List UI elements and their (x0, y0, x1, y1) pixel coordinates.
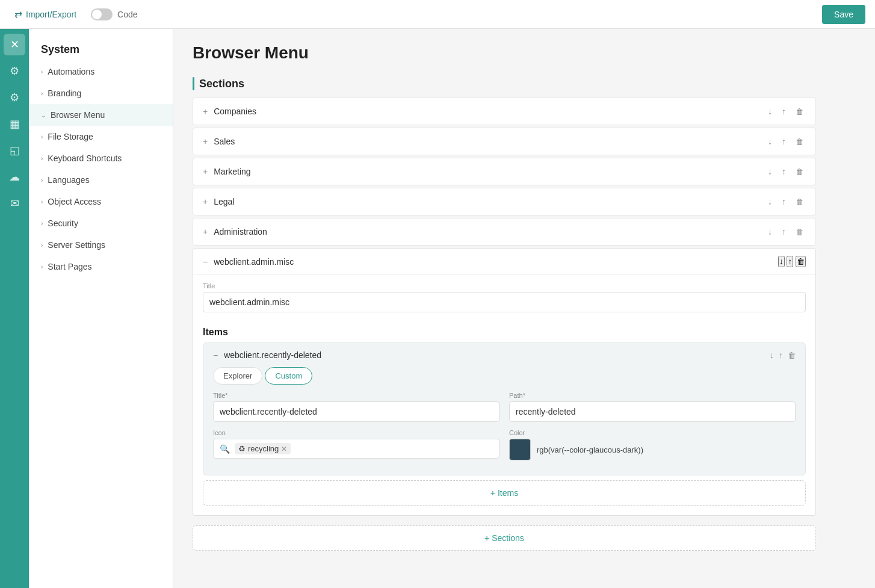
add-sections-button[interactable]: + Sections (193, 525, 816, 551)
delete-button[interactable] (793, 166, 806, 178)
code-toggle[interactable] (91, 8, 113, 20)
collapse-item-icon[interactable]: − (213, 350, 218, 360)
nav-section-title: System (29, 34, 173, 61)
color-swatch[interactable] (509, 439, 531, 460)
sidebar-icon-config[interactable]: ⚙ (4, 87, 25, 108)
sidebar-item-automations[interactable]: › Automations (29, 61, 173, 82)
sections-header: Sections (193, 77, 816, 90)
expand-icon[interactable]: + (203, 227, 208, 237)
path-field-label: Path* (509, 392, 796, 399)
sidebar-item-security[interactable]: › Security (29, 212, 173, 234)
item-path-input[interactable] (509, 401, 796, 422)
toggle-knob (92, 10, 102, 19)
code-label: Code (117, 10, 137, 19)
sidebar-item-label: Languages (48, 175, 89, 185)
chevron-right-icon: › (41, 220, 43, 227)
sidebar-icon-cloud[interactable]: ☁ (4, 166, 25, 188)
icon-field[interactable]: 🔍 ♻ recycling ✕ (213, 439, 499, 459)
move-up-button[interactable] (779, 226, 788, 238)
move-up-button[interactable] (779, 350, 783, 360)
section-name: Sales (214, 137, 765, 146)
delete-button[interactable] (796, 256, 806, 267)
move-down-button[interactable] (765, 196, 775, 208)
sidebar-icon-grid[interactable]: ▦ (4, 113, 25, 135)
sidebar-item-languages[interactable]: › Languages (29, 169, 173, 191)
items-label: Items (203, 327, 806, 338)
sidebar-icon-layout[interactable]: ◱ (4, 140, 25, 161)
recycle-icon: ♻ (238, 444, 246, 453)
chevron-down-icon: ⌄ (41, 112, 46, 119)
icon-tag-label: recycling (248, 444, 279, 453)
section-title-input[interactable] (203, 292, 806, 312)
move-up-button[interactable] (787, 256, 793, 267)
remove-icon-button[interactable]: ✕ (281, 445, 287, 453)
save-button[interactable]: Save (822, 5, 865, 24)
add-items-button[interactable]: + Items (203, 480, 806, 506)
sidebar-item-browser-menu[interactable]: ⌄ Browser Menu (29, 104, 173, 126)
sections-label: Sections (199, 78, 244, 90)
tab-explorer[interactable]: Explorer (213, 367, 262, 385)
sidebar-item-object-access[interactable]: › Object Access (29, 191, 173, 212)
move-down-button[interactable] (778, 256, 785, 267)
sidebar-icon-mail[interactable]: ✉ (4, 193, 25, 214)
color-value: rgb(var(--color-glaucous-dark)) (537, 445, 643, 454)
item-tab-row: Explorer Custom (213, 367, 796, 385)
sidebar-item-start-pages[interactable]: › Start Pages (29, 256, 173, 277)
sidebar-icon-settings[interactable]: ⚙ (4, 60, 25, 82)
import-export-button[interactable]: ⇄ Import/Export (10, 6, 81, 22)
sidebar-item-label: Server Settings (48, 240, 105, 250)
move-down-button[interactable] (770, 350, 774, 360)
topbar-left: ⇄ Import/Export Code (10, 6, 138, 22)
sidebar-item-file-storage[interactable]: › File Storage (29, 126, 173, 147)
delete-button[interactable] (793, 105, 806, 117)
title-field-label: Title (203, 282, 806, 289)
move-up-button[interactable] (779, 105, 788, 117)
sidebar-item-label: Keyboard Shortcuts (48, 153, 122, 163)
tab-custom[interactable]: Custom (265, 367, 312, 385)
sidebar-item-label: Browser Menu (51, 110, 105, 120)
section-name: webclient.admin.misc (214, 257, 778, 267)
sidebar-item-label: Automations (48, 67, 94, 76)
section-actions (778, 256, 806, 267)
move-down-button[interactable] (765, 105, 775, 117)
expand-icon[interactable]: + (203, 167, 208, 176)
collapse-icon[interactable]: − (203, 257, 208, 267)
section-row-legal: + Legal (193, 188, 816, 215)
chevron-right-icon: › (41, 69, 43, 75)
move-up-button[interactable] (779, 166, 788, 178)
delete-button[interactable] (793, 196, 806, 208)
section-actions (765, 166, 806, 178)
delete-item-button[interactable] (788, 350, 796, 360)
move-down-button[interactable] (765, 226, 775, 238)
expand-icon[interactable]: + (203, 107, 208, 116)
config-icon: ⚙ (10, 91, 19, 104)
delete-button[interactable] (793, 135, 806, 147)
section-actions (765, 226, 806, 238)
move-up-button[interactable] (779, 135, 788, 147)
move-up-button[interactable] (779, 196, 788, 208)
expand-icon[interactable]: + (203, 137, 208, 146)
sidebar-item-keyboard-shortcuts[interactable]: › Keyboard Shortcuts (29, 147, 173, 169)
move-down-button[interactable] (765, 166, 775, 178)
move-down-button[interactable] (765, 135, 775, 147)
title-field: Title* (213, 392, 499, 422)
section-row-sales: + Sales (193, 128, 816, 155)
section-actions (765, 135, 806, 147)
chevron-right-icon: › (41, 155, 43, 162)
main-inner: Browser Menu Sections + Companies + Sale… (173, 29, 835, 565)
page-title: Browser Menu (193, 43, 816, 63)
expand-icon[interactable]: + (203, 197, 208, 206)
item-title-input[interactable] (213, 401, 499, 422)
delete-button[interactable] (793, 226, 806, 238)
import-export-label: Import/Export (26, 10, 76, 19)
close-icon: ✕ (10, 38, 19, 51)
title-path-row: Title* Path* (213, 392, 796, 422)
cloud-icon: ☁ (9, 170, 20, 184)
sidebar-item-label: Start Pages (48, 262, 91, 271)
sidebar-icon-close[interactable]: ✕ (4, 34, 25, 55)
expanded-section-header: − webclient.admin.misc (193, 249, 815, 275)
sidebar-item-server-settings[interactable]: › Server Settings (29, 234, 173, 256)
sidebar-item-label: Security (48, 218, 78, 228)
color-field-label: Color (509, 429, 796, 436)
sidebar-item-branding[interactable]: › Branding (29, 82, 173, 104)
